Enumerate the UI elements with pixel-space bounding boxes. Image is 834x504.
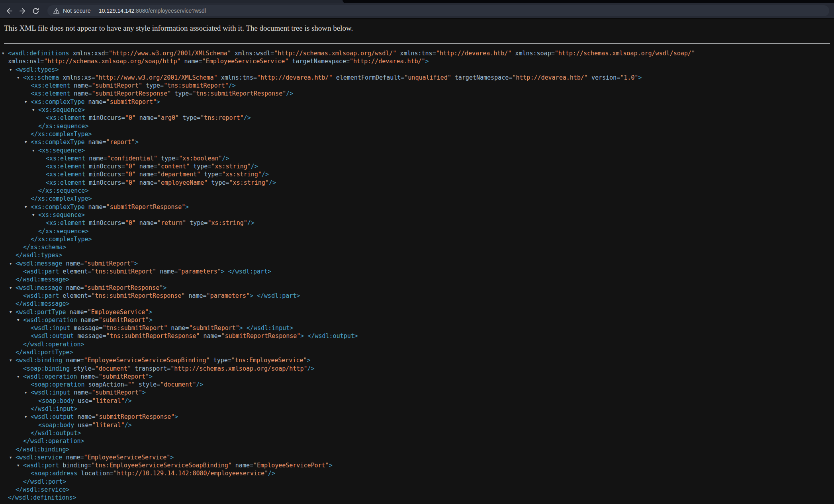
xml-line: </wsdl:binding> — [0, 445, 834, 453]
xml-token-val: "http://devarea.htb/" — [257, 74, 333, 81]
xml-line: </wsdl:definitions> — [0, 494, 834, 502]
xml-token-attr: name= — [70, 90, 92, 97]
forward-button[interactable] — [16, 5, 29, 17]
xml-token-attr: name= — [62, 284, 84, 291]
xml-token-attr: name= — [136, 163, 157, 170]
xml-token-attr: xmlns:wsdl= — [231, 50, 274, 57]
xml-line: </xs:sequence> — [0, 122, 834, 130]
collapse-arrow-icon[interactable]: ▼ — [32, 211, 34, 219]
collapse-arrow-icon[interactable]: ▼ — [10, 260, 12, 268]
collapse-arrow-icon[interactable]: ▼ — [10, 284, 12, 292]
xml-line: ▼<wsdl:operation name="submitReport"> — [0, 373, 834, 381]
xml-token-tag: <xs:complexType — [31, 139, 84, 146]
xml-token-tag: </xs:complexType> — [31, 131, 92, 138]
collapse-arrow-icon[interactable]: ▼ — [25, 389, 27, 397]
xml-token-val: "http://www.w3.org/2001/XMLSchema" — [109, 50, 231, 57]
xml-line: </xs:sequence> — [0, 187, 834, 195]
xml-token-tag: > — [163, 284, 166, 291]
xml-token-attr: xmlns:tns= — [396, 50, 436, 57]
xml-token-val: "document" — [95, 365, 131, 372]
xml-line: ▼<wsdl:portType name="EmployeeService"> — [0, 308, 834, 316]
xml-token-tag: > — [149, 316, 153, 324]
xml-token-val: "tns:submitReport" — [92, 268, 157, 275]
xml-token-val: "submitReport" — [99, 373, 149, 380]
xml-line: <wsdl:part element="tns:submitReportResp… — [0, 292, 834, 300]
collapse-arrow-icon[interactable]: ▼ — [32, 106, 34, 114]
xml-token-tag: > — [135, 139, 139, 146]
xml-token-tag: > </wsdl:part> — [250, 292, 300, 299]
reload-icon — [32, 7, 39, 15]
xml-token-val: "" — [128, 381, 135, 388]
address-bar[interactable]: Not secure 10.129.14.142:8080/employeese… — [47, 5, 829, 16]
xml-token-tag: /> — [307, 365, 314, 372]
collapse-arrow-icon[interactable]: ▼ — [25, 203, 27, 211]
divider — [4, 43, 830, 44]
collapse-arrow-icon[interactable]: ▼ — [10, 66, 12, 74]
collapse-arrow-icon[interactable]: ▼ — [32, 147, 34, 154]
xml-token-tag: > </wsdl:output> — [300, 332, 358, 340]
xml-token-val: "tns:submitReport" — [164, 82, 229, 89]
not-secure-label: Not secure — [63, 8, 91, 14]
xml-token-tag: > — [149, 309, 152, 316]
xml-token-attr: binding= — [59, 462, 91, 469]
xml-token-val: "submitReport" — [92, 82, 142, 89]
xml-token-tag: <wsdl:output — [31, 413, 74, 420]
collapse-arrow-icon[interactable]: ▼ — [17, 316, 19, 324]
xml-token-tag: > — [134, 260, 138, 267]
xml-line: ▼<wsdl:message name="submitReportRespons… — [0, 284, 834, 292]
collapse-arrow-icon[interactable]: ▼ — [17, 74, 19, 82]
xml-line: ▼<wsdl:port binding="tns:EmployeeService… — [0, 461, 834, 469]
page-content: This XML file does not appear to have an… — [0, 23, 834, 502]
xml-token-tag: /> — [125, 422, 132, 429]
xml-token-attr: name= — [136, 219, 157, 227]
xml-token-tag: > — [425, 58, 429, 65]
xml-token-tag: > </wsdl:part> — [221, 268, 271, 275]
xml-token-attr: version= — [588, 74, 620, 81]
xml-token-val: "tns:submitReport" — [103, 324, 168, 332]
xml-token-attr: name= — [185, 292, 206, 299]
collapse-arrow-icon[interactable]: ▼ — [17, 461, 19, 469]
xml-token-tag: <xs:element — [46, 171, 85, 178]
xml-token-tag: > — [157, 98, 160, 105]
xml-token-val: "http://schemas.xmlsoap.org/soap/http" — [44, 58, 180, 65]
back-button[interactable] — [3, 5, 16, 17]
collapse-arrow-icon[interactable]: ▼ — [10, 356, 12, 364]
xml-line: <xs:element name="submitReportResponse" … — [0, 90, 834, 98]
reload-button[interactable] — [29, 5, 42, 17]
xml-token-tag: > — [174, 413, 178, 420]
xml-line: ▼<xs:complexType name="submitReportRespo… — [0, 203, 834, 211]
xml-token-tag: <xs:element — [31, 90, 70, 97]
xml-token-attr: type= — [142, 82, 164, 89]
xml-token-val: "EmployeeServiceService" — [202, 58, 289, 65]
xml-token-attr: name= — [62, 357, 84, 364]
xml-token-tag: <xs:complexType — [31, 98, 84, 105]
xml-token-val: "submitReport" — [84, 260, 134, 267]
xml-token-attr: type= — [208, 179, 229, 186]
xml-token-tag: <soap:operation — [31, 381, 84, 388]
xml-token-tag: <xs:schema — [23, 74, 59, 81]
xml-token-tag: <wsdl:operation — [23, 373, 77, 380]
xml-token-tag: /> — [222, 155, 229, 162]
xml-token-val: "literal" — [92, 422, 124, 429]
xml-token-tag: <wsdl:input — [31, 389, 70, 396]
collapse-arrow-icon[interactable]: ▼ — [25, 138, 27, 146]
xml-token-val: "parameters" — [207, 292, 250, 299]
xml-token-attr: type= — [190, 163, 211, 170]
collapse-arrow-icon[interactable]: ▼ — [25, 98, 27, 106]
xml-line: <xs:element minOccurs="0" name="content"… — [0, 162, 834, 170]
collapse-arrow-icon[interactable]: ▼ — [17, 373, 19, 381]
collapse-arrow-icon[interactable]: ▼ — [10, 308, 12, 316]
collapse-arrow-icon[interactable]: ▼ — [25, 413, 27, 421]
xml-token-val: "employeeName" — [157, 179, 208, 186]
xml-line: <xs:element name="submitReport" type="tn… — [0, 82, 834, 90]
xml-token-attr: minOccurs= — [85, 179, 125, 186]
collapse-arrow-icon[interactable]: ▼ — [10, 453, 12, 461]
xml-token-val: "arg0" — [157, 114, 179, 121]
xml-token-tag: <wsdl:message — [16, 284, 62, 291]
xml-token-tag: /> — [244, 114, 251, 121]
collapse-arrow-icon[interactable]: ▼ — [2, 49, 4, 57]
xml-token-val: "http://schemas.xmlsoap.org/wsdl/soap/" — [555, 50, 695, 57]
xml-line: </wsdl:service> — [0, 486, 834, 494]
xml-token-tag: /> — [229, 82, 236, 89]
xml-token-tag: /> — [268, 470, 275, 477]
